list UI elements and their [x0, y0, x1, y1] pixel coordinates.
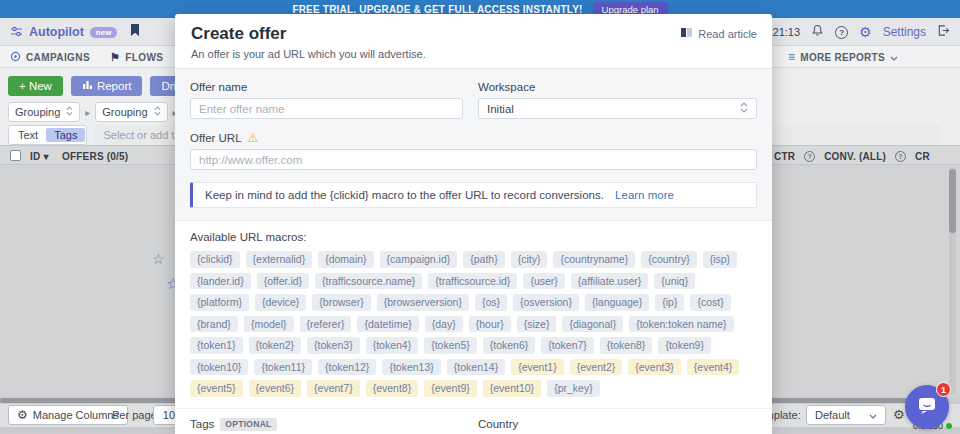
settings-link[interactable]: Settings	[883, 25, 926, 39]
macro-chip[interactable]: {isp}	[703, 251, 737, 268]
macro-chip[interactable]: {token:token name}	[629, 316, 734, 333]
macro-chip[interactable]: {user}	[523, 273, 564, 290]
scrollbar-thumb[interactable]	[949, 169, 956, 233]
grouping-select-2[interactable]: Grouping	[95, 102, 167, 122]
macro-chip[interactable]: {event1}	[511, 359, 564, 376]
star-icon[interactable]: ☆	[152, 252, 165, 266]
macro-chip[interactable]: {cost}	[690, 294, 730, 311]
macro-chip[interactable]: {token11}	[254, 359, 312, 376]
macros-section: Available URL macros: {clickid}{external…	[175, 221, 772, 408]
macro-chip[interactable]: {token7}	[541, 337, 594, 354]
macro-chip[interactable]: {trafficsource.name}	[315, 273, 422, 290]
macro-chip[interactable]: {size}	[517, 316, 557, 333]
macro-chip[interactable]: {event9}	[424, 380, 477, 397]
toggle-tags[interactable]: Tags	[46, 128, 85, 142]
macro-chip[interactable]: {os}	[475, 294, 507, 311]
macro-chip[interactable]: {city}	[511, 251, 548, 268]
cr-column-header[interactable]: CR	[915, 151, 930, 162]
read-article-link[interactable]: Read article	[680, 27, 757, 40]
macro-chip[interactable]: {affiliate.user}	[571, 273, 648, 290]
learn-more-link[interactable]: Learn more	[615, 189, 674, 201]
template-gear-icon[interactable]: ⚙	[893, 407, 905, 422]
macro-chip[interactable]: {event10}	[483, 380, 541, 397]
macro-chip[interactable]: {token13}	[382, 359, 440, 376]
macro-chip[interactable]: {path}	[463, 251, 504, 268]
gear-icon[interactable]: ⚙	[859, 25, 872, 39]
help-icon[interactable]: ?	[895, 151, 906, 162]
offer-url-input[interactable]	[190, 149, 757, 170]
more-reports-button[interactable]: ≡ MORE REPORTS	[788, 46, 898, 68]
macro-chip[interactable]: {event3}	[628, 359, 681, 376]
macro-chip[interactable]: {campaign.id}	[380, 251, 458, 268]
macro-chip[interactable]: {token10}	[190, 359, 248, 376]
macro-chip[interactable]: {device}	[255, 294, 306, 311]
report-button[interactable]: Report	[71, 76, 143, 96]
ctr-column-header[interactable]: CTR	[774, 151, 795, 162]
macro-chip[interactable]: {token1}	[190, 337, 243, 354]
help-icon[interactable]: ?	[835, 26, 848, 39]
macro-chip[interactable]: {brand}	[190, 316, 238, 333]
new-button[interactable]: + New	[8, 76, 63, 96]
macro-chip[interactable]: {language}	[585, 294, 649, 311]
logout-icon[interactable]	[937, 23, 950, 41]
macro-chip[interactable]: {token4}	[366, 337, 419, 354]
macro-chip[interactable]: {country}	[641, 251, 696, 268]
macro-chip[interactable]: {pr_key}	[547, 380, 600, 397]
help-icon[interactable]: ?	[804, 151, 815, 162]
template-select[interactable]: Default	[806, 405, 886, 425]
vertical-scrollbar[interactable]	[949, 167, 956, 395]
tab-campaigns[interactable]: CAMPAIGNS	[10, 46, 90, 68]
macro-chip[interactable]: {referer}	[300, 316, 352, 333]
macro-chip[interactable]: {token2}	[249, 337, 302, 354]
macro-chip[interactable]: {hour}	[469, 316, 511, 333]
workspace-label: Workspace	[478, 81, 757, 93]
macro-chip[interactable]: {day}	[425, 316, 463, 333]
create-offer-modal: Create offer An offer is your ad URL whi…	[175, 14, 772, 427]
conv-column-header[interactable]: CONV. (ALL)	[824, 151, 886, 162]
macro-chip[interactable]: {event8}	[366, 380, 419, 397]
macro-chip[interactable]: {token14}	[447, 359, 505, 376]
workspace-value: Initial	[487, 103, 514, 115]
macro-chip[interactable]: {token8}	[600, 337, 653, 354]
macro-chip[interactable]: {platform}	[190, 294, 249, 311]
macro-chip[interactable]: {clickid}	[190, 251, 240, 268]
macro-chip[interactable]: {token12}	[318, 359, 376, 376]
macro-chip[interactable]: {ip}	[655, 294, 684, 311]
macro-chip[interactable]: {externalid}	[246, 251, 313, 268]
workspace-select[interactable]: Initial	[478, 98, 757, 119]
chat-widget-button[interactable]: 1	[905, 385, 949, 429]
macro-chip[interactable]: {token3}	[307, 337, 360, 354]
tab-flows[interactable]: ⚑ FLOWS	[110, 46, 163, 68]
macro-chip[interactable]: {model}	[244, 316, 294, 333]
macro-chip[interactable]: {domain}	[318, 251, 373, 268]
offer-name-input[interactable]	[190, 98, 463, 119]
macro-chip[interactable]: {event2}	[570, 359, 623, 376]
macro-chip[interactable]: {uniq}	[654, 273, 695, 290]
macro-chip[interactable]: {event7}	[307, 380, 360, 397]
macro-chip[interactable]: {token6}	[483, 337, 536, 354]
bell-icon[interactable]	[811, 23, 824, 41]
macro-chip[interactable]: {token9}	[658, 337, 711, 354]
macro-chip[interactable]: {offer.id}	[257, 273, 309, 290]
report-label: Report	[97, 80, 132, 92]
brand[interactable]: Autopilot new	[10, 18, 141, 46]
macro-chip[interactable]: {diagonal}	[562, 316, 623, 333]
grouping-select-1[interactable]: Grouping	[8, 102, 80, 122]
macro-chip[interactable]: {osversion}	[513, 294, 579, 311]
macro-chip[interactable]: {trafficsource.id}	[428, 273, 517, 290]
macro-chip[interactable]: {datetime}	[357, 316, 418, 333]
macro-chip[interactable]: {event4}	[687, 359, 740, 376]
macro-chip[interactable]: {event6}	[249, 380, 302, 397]
macro-chip[interactable]: {token5}	[424, 337, 477, 354]
macro-chip[interactable]: {browserversion}	[377, 294, 469, 311]
macro-chip[interactable]: {countryname}	[553, 251, 635, 268]
macro-chip[interactable]: {event5}	[190, 380, 243, 397]
manage-columns-button[interactable]: ⚙ Manage Columns	[8, 405, 128, 425]
macro-chip[interactable]: {lander.id}	[190, 273, 251, 290]
select-all-checkbox[interactable]	[10, 150, 21, 161]
grouping-label: Grouping	[15, 106, 60, 118]
bookmark-icon[interactable]	[129, 23, 141, 41]
id-column-header[interactable]: ID ▾	[30, 151, 49, 162]
toggle-text[interactable]: Text	[10, 128, 46, 142]
macro-chip[interactable]: {browser}	[312, 294, 370, 311]
